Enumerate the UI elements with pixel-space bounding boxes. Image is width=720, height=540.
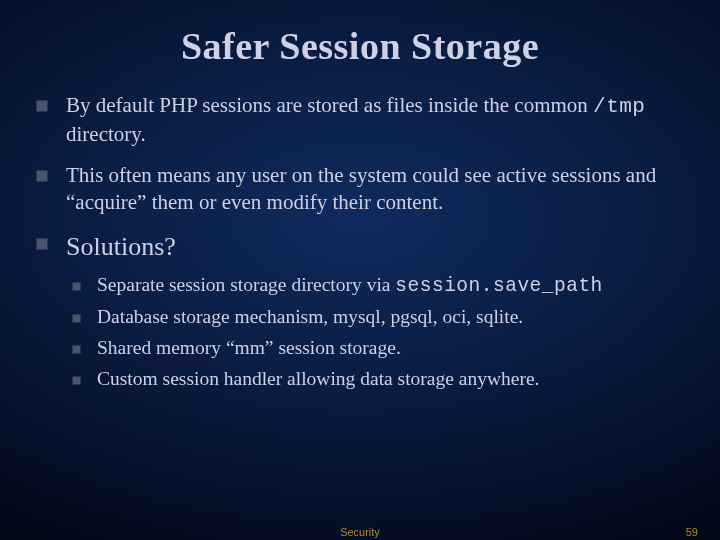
bullet-list: By default PHP sessions are stored as fi… xyxy=(32,92,688,398)
bullet-content: Solutions? Separate session storage dire… xyxy=(66,230,688,399)
sub-bullet-item: Separate session storage directory via s… xyxy=(72,273,688,299)
square-bullet-icon xyxy=(72,314,81,323)
sub-bullet-item: Custom session handler allowing data sto… xyxy=(72,367,688,392)
bullet-item: This often means any user on the system … xyxy=(36,162,688,216)
square-bullet-icon xyxy=(36,238,48,250)
solutions-label: Solutions? xyxy=(66,232,176,261)
square-bullet-icon xyxy=(36,100,48,112)
bullet-item: By default PHP sessions are stored as fi… xyxy=(36,92,688,148)
sub-bullet-item: Shared memory “mm” session storage. xyxy=(72,336,688,361)
slide: Safer Session Storage By default PHP ses… xyxy=(0,0,720,540)
square-bullet-icon xyxy=(72,345,81,354)
square-bullet-icon xyxy=(72,282,81,291)
bullet-text: By default PHP sessions are stored as fi… xyxy=(66,92,688,148)
sub-bullet-text: Custom session handler allowing data sto… xyxy=(97,367,688,392)
sub-bullet-item: Database storage mechanism, mysql, pgsql… xyxy=(72,305,688,330)
sub-bullet-list: Separate session storage directory via s… xyxy=(66,273,688,392)
sub-bullet-text: Database storage mechanism, mysql, pgsql… xyxy=(97,305,688,330)
footer-center: Security xyxy=(0,526,720,538)
bullet-item-solutions: Solutions? Separate session storage dire… xyxy=(36,230,688,399)
sub-bullet-text: Shared memory “mm” session storage. xyxy=(97,336,688,361)
square-bullet-icon xyxy=(36,170,48,182)
sub-bullet-text: Separate session storage directory via s… xyxy=(97,273,688,299)
page-number: 59 xyxy=(686,526,698,538)
slide-title: Safer Session Storage xyxy=(32,24,688,68)
bullet-text: This often means any user on the system … xyxy=(66,162,688,216)
square-bullet-icon xyxy=(72,376,81,385)
